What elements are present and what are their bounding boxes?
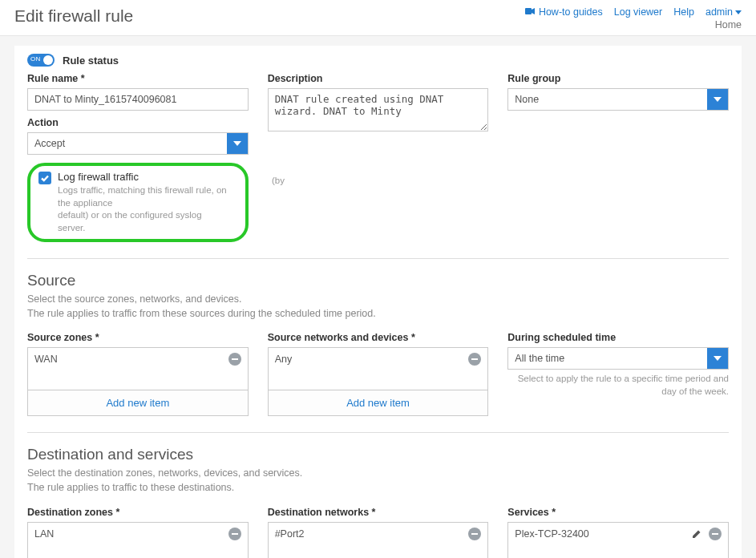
help-link[interactable]: Help — [673, 6, 694, 18]
tag-item: WAN — [34, 353, 241, 366]
log-traffic-checkbox[interactable] — [38, 172, 51, 184]
dest-networks-label: Destination networks — [268, 507, 489, 518]
log-traffic-highlight: Log firewall traffic Logs traffic, match… — [27, 163, 249, 242]
rule-status-toggle[interactable]: ON — [27, 54, 55, 67]
action-label: Action — [27, 117, 249, 128]
tag-item: Any — [275, 353, 482, 366]
log-viewer-link[interactable]: Log viewer — [614, 6, 662, 18]
rule-group-label: Rule group — [507, 73, 729, 84]
remove-icon[interactable] — [228, 353, 241, 366]
source-networks-label: Source networks and devices — [268, 332, 489, 343]
source-section-title: Source — [27, 272, 729, 289]
add-source-network-button[interactable]: Add new item — [268, 390, 489, 416]
source-zones-label: Source zones — [27, 332, 249, 343]
dest-networks-box[interactable]: #Port2 — [268, 522, 489, 558]
source-zones-box[interactable]: WAN — [27, 347, 249, 390]
remove-icon[interactable] — [709, 528, 722, 540]
breadcrumb-home[interactable]: Home — [715, 19, 742, 30]
rule-name-label: Rule name — [27, 73, 249, 84]
scheduled-time-dropdown[interactable]: All the time — [507, 347, 729, 370]
source-section-subtitle: Select the source zones, networks, and d… — [27, 292, 729, 321]
pencil-icon[interactable] — [691, 528, 702, 540]
dest-zones-label: Destination zones — [27, 507, 249, 518]
remove-icon[interactable] — [468, 353, 481, 366]
source-networks-box[interactable]: Any — [268, 347, 489, 390]
page-title: Edit firewall rule — [14, 6, 133, 26]
chevron-down-icon[interactable] — [707, 348, 728, 369]
chevron-down-icon[interactable] — [707, 89, 728, 110]
tag-item: #Port2 — [275, 528, 482, 540]
chevron-down-icon — [735, 10, 742, 14]
log-traffic-help-overflow: (by — [272, 176, 285, 185]
scheduled-time-label: During scheduled time — [507, 332, 729, 343]
tag-item: LAN — [34, 528, 241, 540]
services-box[interactable]: Plex-TCP-32400 — [507, 522, 729, 558]
user-menu[interactable]: admin — [705, 6, 742, 18]
description-input[interactable]: DNAT rule created using DNAT wizard. DNA… — [268, 88, 489, 131]
rule-name-input[interactable] — [27, 88, 249, 111]
remove-icon[interactable] — [228, 528, 241, 540]
action-dropdown[interactable]: Accept — [27, 132, 249, 155]
log-traffic-help: Logs traffic, matching this firewall rul… — [58, 184, 229, 234]
rule-status-label: Rule status — [63, 55, 119, 67]
description-label: Description — [268, 73, 489, 84]
video-camera-icon — [525, 6, 536, 18]
dest-zones-box[interactable]: LAN — [27, 522, 249, 558]
log-traffic-label: Log firewall traffic — [58, 171, 229, 183]
tag-item: Plex-TCP-32400 — [515, 528, 722, 540]
chevron-down-icon[interactable] — [227, 133, 248, 154]
top-links: How-to guides Log viewer Help admin Home — [525, 6, 742, 30]
dest-section-title: Destination and services — [27, 446, 729, 463]
howto-guides-link[interactable]: How-to guides — [525, 6, 603, 18]
svg-rect-0 — [525, 8, 532, 14]
rule-group-dropdown[interactable]: None — [507, 88, 729, 111]
scheduled-time-help: Select to apply the rule to a specific t… — [507, 373, 729, 398]
services-label: Services — [507, 507, 729, 518]
add-source-zone-button[interactable]: Add new item — [27, 390, 249, 416]
remove-icon[interactable] — [468, 528, 481, 540]
dest-section-subtitle: Select the destination zones, networks, … — [27, 466, 729, 495]
